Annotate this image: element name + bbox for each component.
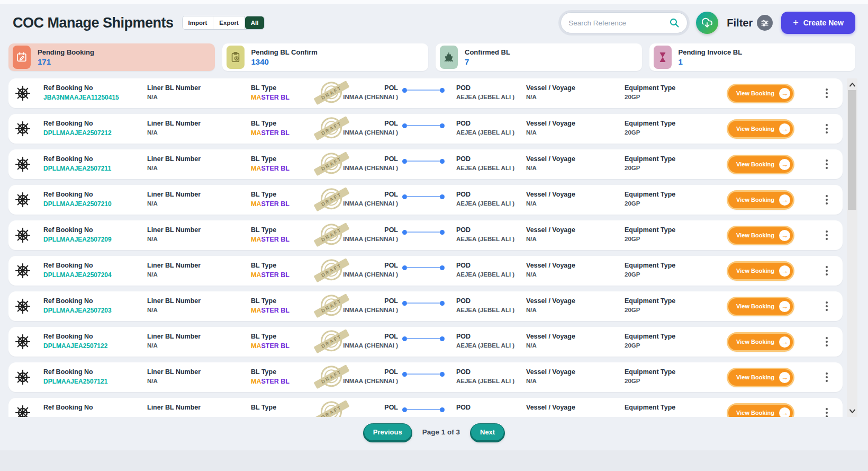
view-booking-button[interactable]: View Booking → xyxy=(728,121,793,137)
segment-import[interactable]: Import xyxy=(183,16,214,29)
row-menu-kebab-icon[interactable] xyxy=(823,86,830,100)
search-input[interactable] xyxy=(568,19,669,27)
summary-card[interactable]: Confirmed BL 7 xyxy=(436,43,642,71)
arrow-right-icon: → xyxy=(779,407,790,417)
row-menu-kebab-icon[interactable] xyxy=(823,335,830,349)
bl-type-cell: BL Type MASTER BL xyxy=(251,368,313,386)
ref-booking-value[interactable]: DPLLMAAJEA2507212 xyxy=(43,129,147,137)
view-booking-label: View Booking xyxy=(736,268,774,274)
summary-card[interactable]: Pending BL Confirm 1340 xyxy=(222,43,429,71)
row-menu-kebab-icon[interactable] xyxy=(823,406,830,417)
draft-stamp-text: DRAFT xyxy=(314,400,350,417)
row-menu-kebab-icon[interactable] xyxy=(823,228,830,242)
route-line xyxy=(407,338,440,339)
vessel-cell: Vessel / Voyage N/A xyxy=(526,368,625,386)
view-booking-button[interactable]: View Booking → xyxy=(728,192,793,208)
row-menu-kebab-icon[interactable] xyxy=(823,157,830,171)
create-new-button[interactable]: + Create New xyxy=(781,12,855,34)
view-booking-label: View Booking xyxy=(736,232,774,238)
row-menu-kebab-icon[interactable] xyxy=(823,193,830,207)
route-line xyxy=(407,125,440,126)
search-icon[interactable] xyxy=(669,17,680,28)
liner-bl-value: N/A xyxy=(147,129,251,136)
vessel-label: Vessel / Voyage xyxy=(526,226,625,234)
view-booking-button[interactable]: View Booking → xyxy=(728,405,793,417)
kebab-cell xyxy=(815,406,838,417)
kebab-cell xyxy=(815,370,838,384)
route-line xyxy=(407,232,440,233)
equipment-label: Equipment Type xyxy=(625,120,718,127)
liner-bl-value: N/A xyxy=(147,271,251,278)
equipment-cell: Equipment Type 20GP xyxy=(625,333,718,351)
ref-booking-value[interactable]: DPLLMAAJEA2507210 xyxy=(43,200,147,208)
vessel-label: Vessel / Voyage xyxy=(526,297,625,305)
segment-export[interactable]: Export xyxy=(213,16,245,29)
row-menu-kebab-icon[interactable] xyxy=(823,370,830,384)
scrollbar-thumb[interactable] xyxy=(848,90,856,210)
draft-stamp-text: DRAFT xyxy=(314,152,350,176)
next-button[interactable]: Next xyxy=(471,423,504,441)
pol-label: POL xyxy=(350,297,398,305)
view-booking-button[interactable]: View Booking → xyxy=(728,369,793,386)
view-booking-button[interactable]: View Booking → xyxy=(728,156,793,173)
scroll-up-icon[interactable] xyxy=(847,80,857,88)
view-booking-button[interactable]: View Booking → xyxy=(728,227,793,244)
cloud-download-button[interactable] xyxy=(696,12,718,34)
row-menu-kebab-icon[interactable] xyxy=(823,264,830,278)
ref-booking-value[interactable]: JBA3NMAAJEA11250415 xyxy=(43,94,147,101)
summary-card[interactable]: Pending Booking 171 xyxy=(8,43,215,71)
card-count: 1 xyxy=(679,57,743,66)
action-cell: View Booking → xyxy=(718,192,796,208)
card-label: Confirmed BL xyxy=(465,48,510,56)
stamp-cell: DRAFT xyxy=(313,258,350,283)
equipment-value: 20GP xyxy=(625,165,718,171)
ref-booking-value[interactable]: DPLLMAAJEA2507203 xyxy=(43,307,147,314)
scroll-down-icon[interactable] xyxy=(847,407,857,415)
route-origin-dot xyxy=(402,159,407,164)
segment-all[interactable]: All xyxy=(245,16,265,29)
ref-booking-cell: Ref Booking No DPLMAAJEA2507122 xyxy=(43,333,147,351)
row-menu-kebab-icon[interactable] xyxy=(823,299,830,313)
action-cell: View Booking → xyxy=(718,369,796,386)
ref-booking-label: Ref Booking No xyxy=(43,226,147,234)
filter-button[interactable]: Filter xyxy=(727,15,773,31)
route-line xyxy=(407,90,440,91)
pol-value: INMAA (CHENNAI ) xyxy=(343,165,398,171)
filter-label: Filter xyxy=(727,17,753,29)
scrollbar[interactable] xyxy=(847,78,857,417)
view-booking-label: View Booking xyxy=(736,126,774,132)
equipment-label: Equipment Type xyxy=(625,262,718,269)
helm-cell xyxy=(15,263,43,279)
ref-booking-value[interactable]: DPLMAAJEA2507121 xyxy=(43,378,147,385)
ship-helm-icon xyxy=(15,298,31,314)
equipment-value: 20GP xyxy=(625,378,718,384)
summary-card[interactable]: Pending Invoice BL 1 xyxy=(649,43,856,71)
ref-booking-value[interactable]: DPLMAAJEA2507122 xyxy=(43,342,147,350)
card-count: 171 xyxy=(38,57,94,66)
row-menu-kebab-icon[interactable] xyxy=(823,122,830,136)
search-box[interactable] xyxy=(560,12,688,33)
pod-cell: POD AEJEA (JEBEL ALI ) xyxy=(449,155,526,173)
route-destination-dot xyxy=(440,230,445,235)
vessel-label: Vessel / Voyage xyxy=(526,155,625,163)
view-booking-button[interactable]: View Booking → xyxy=(728,263,793,279)
route-cell xyxy=(398,330,449,348)
view-booking-label: View Booking xyxy=(736,161,774,167)
liner-bl-cell: Liner BL Number N/A xyxy=(147,297,251,315)
vessel-value: N/A xyxy=(526,342,625,349)
view-booking-button[interactable]: View Booking → xyxy=(728,85,793,102)
route-origin-dot xyxy=(402,230,407,235)
equipment-label: Equipment Type xyxy=(625,368,718,376)
view-booking-button[interactable]: View Booking → xyxy=(728,298,793,315)
route-destination-dot xyxy=(440,301,445,306)
pol-label: POL xyxy=(350,226,398,234)
view-booking-button[interactable]: View Booking → xyxy=(728,334,793,350)
ref-booking-value[interactable]: DPLLMAAJEA2507209 xyxy=(43,236,147,243)
liner-bl-cell: Liner BL Number N/A xyxy=(147,120,251,138)
ref-booking-value[interactable]: DPLLMAAJEA2507204 xyxy=(43,271,147,279)
liner-bl-label: Liner BL Number xyxy=(147,368,251,376)
previous-button[interactable]: Previous xyxy=(364,423,412,441)
ref-booking-value[interactable]: DPLLMAAJEA2507211 xyxy=(43,165,147,172)
pol-value: INMAA (CHENNAI ) xyxy=(343,378,398,384)
liner-bl-value: N/A xyxy=(147,200,251,207)
